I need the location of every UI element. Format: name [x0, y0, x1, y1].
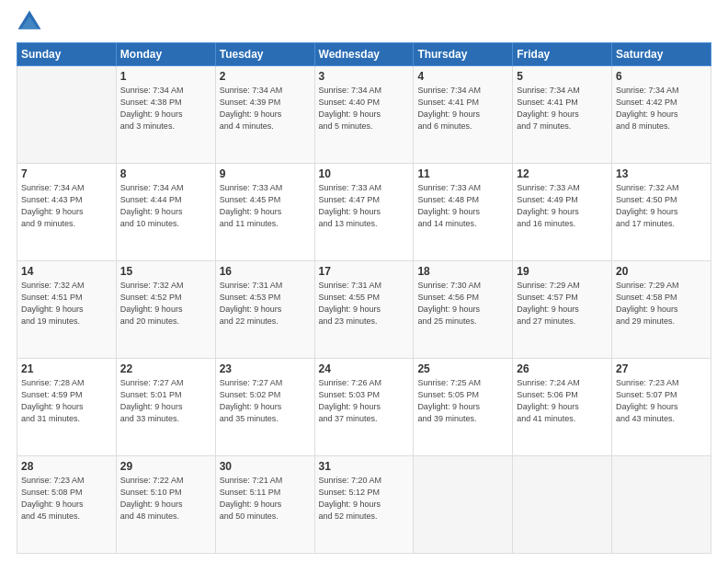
day-number: 19	[517, 265, 608, 278]
day-info: Sunrise: 7:23 AM Sunset: 5:08 PM Dayligh…	[21, 475, 112, 523]
day-number: 31	[319, 460, 410, 473]
day-number: 15	[120, 265, 211, 278]
day-cell: 4Sunrise: 7:34 AM Sunset: 4:41 PM Daylig…	[414, 66, 513, 164]
day-cell: 22Sunrise: 7:27 AM Sunset: 5:01 PM Dayli…	[116, 359, 215, 456]
day-number: 5	[517, 70, 608, 83]
day-info: Sunrise: 7:34 AM Sunset: 4:38 PM Dayligh…	[120, 85, 211, 132]
day-cell: 11Sunrise: 7:33 AM Sunset: 4:48 PM Dayli…	[414, 164, 513, 261]
calendar-table: SundayMondayTuesdayWednesdayThursdayFrid…	[17, 42, 711, 554]
day-cell: 20Sunrise: 7:29 AM Sunset: 4:58 PM Dayli…	[612, 261, 711, 359]
day-number: 9	[220, 167, 311, 180]
day-number: 20	[616, 265, 707, 278]
day-number: 10	[319, 167, 410, 180]
weekday-monday: Monday	[116, 43, 215, 66]
week-row: 1Sunrise: 7:34 AM Sunset: 4:38 PM Daylig…	[17, 66, 711, 164]
day-cell: 24Sunrise: 7:26 AM Sunset: 5:03 PM Dayli…	[314, 359, 414, 456]
day-number: 16	[220, 265, 311, 278]
header	[17, 9, 711, 35]
day-cell: 3Sunrise: 7:34 AM Sunset: 4:40 PM Daylig…	[314, 66, 414, 164]
day-number: 4	[417, 70, 508, 83]
day-cell: 9Sunrise: 7:33 AM Sunset: 4:45 PM Daylig…	[215, 164, 314, 261]
day-cell	[513, 456, 612, 554]
week-row: 7Sunrise: 7:34 AM Sunset: 4:43 PM Daylig…	[17, 164, 711, 261]
day-number: 25	[417, 362, 508, 375]
day-number: 28	[21, 460, 112, 473]
day-cell: 10Sunrise: 7:33 AM Sunset: 4:47 PM Dayli…	[314, 164, 414, 261]
day-number: 7	[21, 167, 112, 180]
day-info: Sunrise: 7:33 AM Sunset: 4:49 PM Dayligh…	[517, 182, 608, 230]
day-number: 24	[319, 362, 410, 375]
day-cell: 28Sunrise: 7:23 AM Sunset: 5:08 PM Dayli…	[17, 456, 117, 554]
day-info: Sunrise: 7:34 AM Sunset: 4:43 PM Dayligh…	[21, 182, 112, 230]
week-row: 14Sunrise: 7:32 AM Sunset: 4:51 PM Dayli…	[17, 261, 711, 359]
day-info: Sunrise: 7:32 AM Sunset: 4:52 PM Dayligh…	[120, 280, 211, 327]
day-cell: 18Sunrise: 7:30 AM Sunset: 4:56 PM Dayli…	[414, 261, 513, 359]
weekday-wednesday: Wednesday	[314, 43, 414, 66]
day-number: 12	[517, 167, 608, 180]
day-cell: 16Sunrise: 7:31 AM Sunset: 4:53 PM Dayli…	[215, 261, 314, 359]
day-info: Sunrise: 7:25 AM Sunset: 5:05 PM Dayligh…	[417, 377, 508, 425]
day-info: Sunrise: 7:20 AM Sunset: 5:12 PM Dayligh…	[319, 475, 410, 523]
day-info: Sunrise: 7:32 AM Sunset: 4:51 PM Dayligh…	[21, 280, 112, 327]
day-cell: 26Sunrise: 7:24 AM Sunset: 5:06 PM Dayli…	[513, 359, 612, 456]
day-info: Sunrise: 7:31 AM Sunset: 4:55 PM Dayligh…	[319, 280, 410, 327]
day-number: 1	[120, 70, 211, 83]
day-number: 22	[120, 362, 211, 375]
week-row: 28Sunrise: 7:23 AM Sunset: 5:08 PM Dayli…	[17, 456, 711, 554]
day-info: Sunrise: 7:34 AM Sunset: 4:41 PM Dayligh…	[517, 85, 608, 132]
day-number: 14	[21, 265, 112, 278]
day-number: 11	[417, 167, 508, 180]
day-info: Sunrise: 7:29 AM Sunset: 4:58 PM Dayligh…	[616, 280, 707, 327]
day-number: 29	[120, 460, 211, 473]
day-info: Sunrise: 7:29 AM Sunset: 4:57 PM Dayligh…	[517, 280, 608, 327]
day-info: Sunrise: 7:34 AM Sunset: 4:40 PM Dayligh…	[319, 85, 410, 132]
day-info: Sunrise: 7:27 AM Sunset: 5:01 PM Dayligh…	[120, 377, 211, 425]
logo-icon	[17, 9, 42, 35]
week-row: 21Sunrise: 7:28 AM Sunset: 4:59 PM Dayli…	[17, 359, 711, 456]
day-cell: 23Sunrise: 7:27 AM Sunset: 5:02 PM Dayli…	[215, 359, 314, 456]
day-cell: 7Sunrise: 7:34 AM Sunset: 4:43 PM Daylig…	[17, 164, 117, 261]
day-number: 8	[120, 167, 211, 180]
day-cell: 13Sunrise: 7:32 AM Sunset: 4:50 PM Dayli…	[612, 164, 711, 261]
day-info: Sunrise: 7:33 AM Sunset: 4:47 PM Dayligh…	[319, 182, 410, 230]
day-number: 30	[220, 460, 311, 473]
day-cell: 8Sunrise: 7:34 AM Sunset: 4:44 PM Daylig…	[116, 164, 215, 261]
day-cell: 17Sunrise: 7:31 AM Sunset: 4:55 PM Dayli…	[314, 261, 414, 359]
day-info: Sunrise: 7:26 AM Sunset: 5:03 PM Dayligh…	[319, 377, 410, 425]
day-info: Sunrise: 7:23 AM Sunset: 5:07 PM Dayligh…	[616, 377, 707, 425]
day-number: 3	[319, 70, 410, 83]
day-cell: 21Sunrise: 7:28 AM Sunset: 4:59 PM Dayli…	[17, 359, 117, 456]
weekday-sunday: Sunday	[17, 43, 117, 66]
day-info: Sunrise: 7:34 AM Sunset: 4:44 PM Dayligh…	[120, 182, 211, 230]
day-number: 13	[616, 167, 707, 180]
day-cell: 6Sunrise: 7:34 AM Sunset: 4:42 PM Daylig…	[612, 66, 711, 164]
day-cell: 25Sunrise: 7:25 AM Sunset: 5:05 PM Dayli…	[414, 359, 513, 456]
weekday-friday: Friday	[513, 43, 612, 66]
day-cell: 31Sunrise: 7:20 AM Sunset: 5:12 PM Dayli…	[314, 456, 414, 554]
day-info: Sunrise: 7:27 AM Sunset: 5:02 PM Dayligh…	[220, 377, 311, 425]
day-info: Sunrise: 7:32 AM Sunset: 4:50 PM Dayligh…	[616, 182, 707, 230]
weekday-saturday: Saturday	[612, 43, 711, 66]
logo	[17, 9, 46, 35]
day-cell: 29Sunrise: 7:22 AM Sunset: 5:10 PM Dayli…	[116, 456, 215, 554]
day-info: Sunrise: 7:24 AM Sunset: 5:06 PM Dayligh…	[517, 377, 608, 425]
day-info: Sunrise: 7:33 AM Sunset: 4:45 PM Dayligh…	[220, 182, 311, 230]
day-number: 17	[319, 265, 410, 278]
day-number: 18	[417, 265, 508, 278]
day-info: Sunrise: 7:34 AM Sunset: 4:39 PM Dayligh…	[220, 85, 311, 132]
day-cell: 5Sunrise: 7:34 AM Sunset: 4:41 PM Daylig…	[513, 66, 612, 164]
day-info: Sunrise: 7:28 AM Sunset: 4:59 PM Dayligh…	[21, 377, 112, 425]
weekday-header-row: SundayMondayTuesdayWednesdayThursdayFrid…	[17, 43, 711, 66]
day-cell	[17, 66, 117, 164]
day-cell: 1Sunrise: 7:34 AM Sunset: 4:38 PM Daylig…	[116, 66, 215, 164]
day-cell: 27Sunrise: 7:23 AM Sunset: 5:07 PM Dayli…	[612, 359, 711, 456]
weekday-thursday: Thursday	[414, 43, 513, 66]
day-info: Sunrise: 7:34 AM Sunset: 4:41 PM Dayligh…	[417, 85, 508, 132]
day-info: Sunrise: 7:22 AM Sunset: 5:10 PM Dayligh…	[120, 475, 211, 523]
day-cell: 30Sunrise: 7:21 AM Sunset: 5:11 PM Dayli…	[215, 456, 314, 554]
day-info: Sunrise: 7:33 AM Sunset: 4:48 PM Dayligh…	[417, 182, 508, 230]
day-number: 21	[21, 362, 112, 375]
day-cell: 14Sunrise: 7:32 AM Sunset: 4:51 PM Dayli…	[17, 261, 117, 359]
day-number: 2	[220, 70, 311, 83]
day-cell	[414, 456, 513, 554]
